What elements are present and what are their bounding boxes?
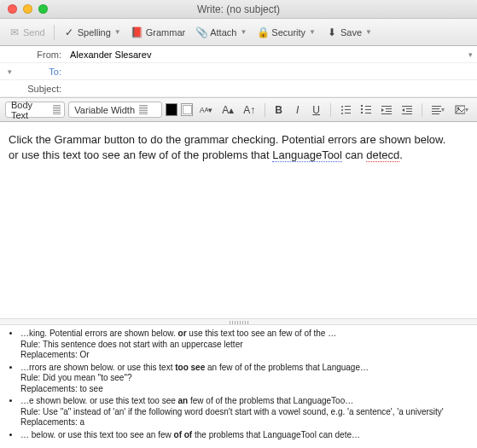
svg-rect-3 (345, 109, 351, 110)
svg-rect-5 (345, 113, 351, 113)
main-toolbar: ✉ Send ✓ Spelling ▼ 📕 Grammar 📎 Attach ▼… (0, 19, 477, 46)
dropdown-icon (139, 105, 148, 115)
svg-point-4 (341, 113, 343, 114)
number-list-button[interactable] (358, 102, 375, 118)
svg-rect-14 (386, 108, 392, 109)
grammar-button[interactable]: 📕 Grammar (128, 25, 189, 40)
font-size-down-button[interactable]: AA▾ (196, 102, 216, 118)
svg-rect-21 (402, 113, 412, 114)
format-toolbar: Body Text Variable Width AA▾ A▴ A↑ B I U (0, 98, 477, 122)
security-button[interactable]: 🔒 Security ▼ (253, 25, 319, 40)
indent-button[interactable] (398, 102, 416, 118)
splitter-handle[interactable] (0, 318, 477, 325)
chevron-down-icon[interactable]: ▼ (114, 28, 121, 36)
result-item[interactable]: …e shown below. or use this text too see… (20, 396, 472, 428)
svg-rect-10 (361, 112, 363, 113)
send-icon: ✉ (9, 26, 20, 38)
window-title: Write: (no subject) (0, 3, 477, 15)
svg-rect-19 (406, 108, 412, 109)
spelling-button[interactable]: ✓ Spelling ▼ (60, 25, 125, 40)
chevron-down-icon[interactable]: ▼ (240, 28, 247, 36)
header-fields: From: Alexander Slesarev ▾ ▾ To: Subject… (0, 46, 477, 98)
grammar-underline: LanguageTool (272, 148, 342, 162)
svg-rect-25 (432, 113, 439, 114)
remove-format-button[interactable]: A↑ (241, 102, 259, 118)
chevron-down-icon[interactable]: ▼ (309, 28, 316, 36)
result-rule: Rule: Use "a" instead of 'an' if the fol… (20, 407, 472, 418)
compose-window: Write: (no subject) ✉ Send ✓ Spelling ▼ … (0, 0, 477, 448)
svg-rect-9 (365, 109, 371, 110)
send-button: ✉ Send (5, 25, 49, 40)
to-label: To: (19, 67, 67, 77)
underline-button[interactable]: U (309, 102, 324, 118)
bold-button[interactable]: B (271, 102, 287, 118)
text-color-swatch[interactable] (166, 103, 177, 116)
svg-rect-11 (365, 113, 371, 113)
align-button[interactable]: ▾ (428, 102, 449, 118)
dropdown-icon (53, 105, 61, 115)
attach-button[interactable]: 📎 Attach ▼ (192, 25, 250, 40)
svg-point-2 (341, 109, 343, 111)
italic-button[interactable]: I (290, 102, 305, 118)
svg-rect-17 (402, 106, 412, 107)
bg-color-swatch[interactable] (181, 103, 193, 116)
from-field[interactable]: Alexander Slesarev (67, 49, 463, 60)
expand-recipients-icon[interactable]: ▾ (0, 67, 19, 76)
result-replacement: Replacements: to see (20, 384, 472, 395)
from-label: From: (0, 49, 67, 60)
svg-rect-8 (361, 108, 363, 110)
result-item[interactable]: …rrors are shown below. or use this text… (20, 363, 472, 395)
svg-rect-23 (432, 108, 439, 109)
svg-rect-15 (386, 111, 392, 112)
font-size-up-button[interactable]: A▴ (219, 102, 237, 118)
insert-button[interactable]: ▾ (451, 102, 472, 118)
lock-icon: 🔒 (257, 26, 269, 38)
titlebar: Write: (no subject) (0, 0, 477, 19)
result-replacement: Replacements: a (20, 417, 472, 428)
svg-marker-13 (381, 108, 384, 112)
svg-rect-6 (361, 105, 363, 107)
svg-rect-20 (406, 111, 412, 112)
grammar-results-panel: …king. Potential errors are shown below.… (0, 325, 477, 448)
svg-rect-1 (345, 106, 351, 107)
message-body[interactable]: Click the Grammar button to do the gramm… (0, 122, 477, 318)
bullet-list-button[interactable] (337, 102, 354, 118)
svg-rect-16 (381, 113, 392, 114)
save-icon: ⬇ (326, 26, 338, 38)
result-rule: Rule: This sentence does not start with … (20, 340, 472, 351)
subject-label: Subject: (0, 84, 67, 94)
svg-marker-18 (402, 108, 404, 112)
result-rule: Rule: Did you mean "to see"? (20, 373, 472, 384)
result-replacement: Replacements: Or (20, 350, 472, 361)
outdent-button[interactable] (378, 102, 395, 118)
svg-point-0 (341, 106, 343, 108)
attach-icon: 📎 (195, 26, 207, 38)
svg-rect-12 (381, 106, 392, 107)
paragraph-style-select[interactable]: Body Text (5, 102, 65, 118)
result-item[interactable]: … below. or use this text too see an few… (20, 430, 472, 441)
check-icon: ✓ (63, 26, 75, 38)
grammar-icon: 📕 (131, 26, 143, 38)
result-item[interactable]: …king. Potential errors are shown below.… (20, 329, 472, 361)
chevron-down-icon[interactable]: ▼ (365, 28, 372, 36)
spelling-underline: detecd (366, 148, 399, 162)
save-button[interactable]: ⬇ Save ▼ (323, 25, 375, 40)
svg-rect-22 (432, 106, 442, 107)
svg-rect-24 (432, 111, 442, 112)
svg-rect-7 (365, 106, 371, 107)
font-select[interactable]: Variable Width (68, 102, 162, 118)
from-dropdown-icon[interactable]: ▾ (463, 50, 477, 59)
